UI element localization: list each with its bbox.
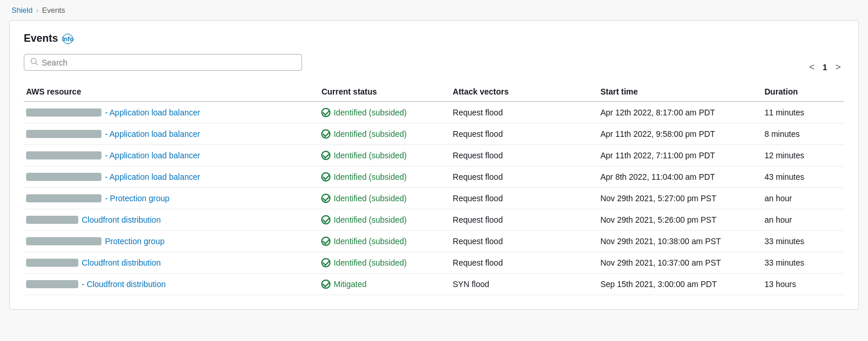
resource-id-placeholder bbox=[26, 151, 101, 159]
status-icon bbox=[321, 129, 331, 139]
status-cell-6: Identified (subsided) bbox=[319, 231, 450, 252]
vectors-cell-5: Request flood bbox=[451, 209, 598, 231]
status-cell-5: Identified (subsided) bbox=[319, 209, 450, 231]
start-cell-1: Apr 11th 2022, 9:58:00 pm PDT bbox=[598, 124, 762, 145]
vectors-cell-0: Request flood bbox=[451, 101, 598, 124]
table-row: - Application load balancerIdentified (s… bbox=[24, 124, 844, 145]
status-cell-0: Identified (subsided) bbox=[319, 101, 450, 124]
duration-cell-1: 8 minutes bbox=[762, 124, 844, 145]
start-cell-6: Nov 29th 2021, 10:38:00 am PST bbox=[598, 231, 762, 252]
pagination-page-number: 1 bbox=[823, 63, 827, 72]
vectors-cell-1: Request flood bbox=[451, 124, 598, 145]
table-row: Protection groupIdentified (subsided)Req… bbox=[24, 231, 844, 252]
vectors-cell-8: SYN flood bbox=[451, 274, 598, 295]
status-badge: Identified (subsided) bbox=[333, 129, 406, 139]
resource-id-placeholder bbox=[26, 194, 101, 202]
breadcrumb: Shield › Events bbox=[0, 0, 868, 20]
status-icon bbox=[321, 194, 331, 203]
resource-cell-5: Cloudfront distribution bbox=[24, 209, 319, 231]
status-badge: Identified (subsided) bbox=[333, 108, 406, 117]
status-badge: Identified (subsided) bbox=[333, 237, 406, 246]
vectors-cell-3: Request flood bbox=[451, 166, 598, 188]
resource-link-7[interactable]: Cloudfront distribution bbox=[82, 258, 161, 267]
panel-title: Events bbox=[24, 32, 58, 45]
resource-link-1[interactable]: - Application load balancer bbox=[105, 129, 200, 139]
resource-link-4[interactable]: - Protection group bbox=[105, 194, 169, 203]
top-bar: < 1 > bbox=[24, 54, 844, 80]
vectors-cell-6: Request flood bbox=[451, 231, 598, 252]
events-table: AWS resource Current status Attack vecto… bbox=[24, 82, 844, 295]
status-icon bbox=[321, 215, 331, 224]
resource-cell-7: Cloudfront distribution bbox=[24, 252, 319, 274]
resource-cell-1: - Application load balancer bbox=[24, 124, 319, 145]
status-cell-2: Identified (subsided) bbox=[319, 145, 450, 166]
duration-cell-6: 33 minutes bbox=[762, 231, 844, 252]
col-header-start: Start time bbox=[598, 82, 762, 101]
status-cell-3: Identified (subsided) bbox=[319, 166, 450, 188]
pagination-next-button[interactable]: > bbox=[832, 61, 844, 74]
resource-id-placeholder bbox=[26, 216, 78, 224]
duration-cell-8: 13 hours bbox=[762, 274, 844, 295]
resource-id-placeholder bbox=[26, 280, 78, 288]
status-icon bbox=[321, 258, 331, 267]
start-cell-3: Apr 8th 2022, 11:04:00 am PDT bbox=[598, 166, 762, 188]
start-cell-2: Apr 11th 2022, 7:11:00 pm PDT bbox=[598, 145, 762, 166]
table-row: Cloudfront distributionIdentified (subsi… bbox=[24, 209, 844, 231]
breadcrumb-shield-link[interactable]: Shield bbox=[12, 6, 32, 14]
pagination-prev-button[interactable]: < bbox=[806, 61, 818, 74]
search-input[interactable] bbox=[42, 58, 296, 67]
search-icon bbox=[30, 57, 38, 67]
duration-cell-4: an hour bbox=[762, 188, 844, 209]
table-row: Cloudfront distributionIdentified (subsi… bbox=[24, 252, 844, 274]
status-badge: Identified (subsided) bbox=[333, 194, 406, 203]
vectors-cell-4: Request flood bbox=[451, 188, 598, 209]
resource-cell-0: - Application load balancer bbox=[24, 101, 319, 124]
start-cell-5: Nov 29th 2021, 5:26:00 pm PST bbox=[598, 209, 762, 231]
breadcrumb-separator: › bbox=[36, 6, 38, 14]
resource-cell-8: - Cloudfront distribution bbox=[24, 274, 319, 295]
col-header-vectors: Attack vectors bbox=[451, 82, 598, 101]
resource-link-8[interactable]: - Cloudfront distribution bbox=[82, 280, 166, 289]
resource-cell-4: - Protection group bbox=[24, 188, 319, 209]
status-badge: Identified (subsided) bbox=[333, 172, 406, 182]
info-badge[interactable]: Info bbox=[63, 34, 73, 44]
resource-cell-6: Protection group bbox=[24, 231, 319, 252]
pagination: < 1 > bbox=[806, 61, 844, 74]
duration-cell-5: an hour bbox=[762, 209, 844, 231]
status-icon bbox=[321, 280, 331, 289]
status-icon bbox=[321, 172, 331, 182]
status-cell-1: Identified (subsided) bbox=[319, 124, 450, 145]
svg-line-1 bbox=[36, 63, 38, 66]
status-icon bbox=[321, 237, 331, 246]
resource-id-placeholder bbox=[26, 108, 101, 117]
duration-cell-3: 43 minutes bbox=[762, 166, 844, 188]
resource-link-6[interactable]: Protection group bbox=[105, 237, 165, 246]
table-header-row: AWS resource Current status Attack vecto… bbox=[24, 82, 844, 101]
status-cell-8: Mitigated bbox=[319, 274, 450, 295]
table-row: - Application load balancerIdentified (s… bbox=[24, 166, 844, 188]
duration-cell-0: 11 minutes bbox=[762, 101, 844, 124]
status-badge: Identified (subsided) bbox=[333, 215, 406, 224]
resource-link-3[interactable]: - Application load balancer bbox=[105, 172, 200, 182]
duration-cell-7: 33 minutes bbox=[762, 252, 844, 274]
resource-link-5[interactable]: Cloudfront distribution bbox=[82, 215, 161, 224]
resource-link-0[interactable]: - Application load balancer bbox=[105, 108, 200, 117]
start-cell-7: Nov 29th 2021, 10:37:00 am PST bbox=[598, 252, 762, 274]
breadcrumb-events: Events bbox=[42, 6, 65, 14]
status-cell-4: Identified (subsided) bbox=[319, 188, 450, 209]
vectors-cell-7: Request flood bbox=[451, 252, 598, 274]
status-cell-7: Identified (subsided) bbox=[319, 252, 450, 274]
resource-id-placeholder bbox=[26, 259, 78, 267]
status-badge: Identified (subsided) bbox=[333, 258, 406, 267]
events-panel: Events Info < 1 > AWS resource Current s… bbox=[9, 20, 859, 310]
status-badge: Mitigated bbox=[333, 280, 366, 289]
resource-cell-2: - Application load balancer bbox=[24, 145, 319, 166]
resource-cell-3: - Application load balancer bbox=[24, 166, 319, 188]
status-icon bbox=[321, 151, 331, 160]
resource-id-placeholder bbox=[26, 173, 101, 181]
table-row: - Application load balancerIdentified (s… bbox=[24, 101, 844, 124]
table-row: - Protection groupIdentified (subsided)R… bbox=[24, 188, 844, 209]
duration-cell-2: 12 minutes bbox=[762, 145, 844, 166]
resource-link-2[interactable]: - Application load balancer bbox=[105, 151, 200, 160]
resource-id-placeholder bbox=[26, 237, 101, 245]
